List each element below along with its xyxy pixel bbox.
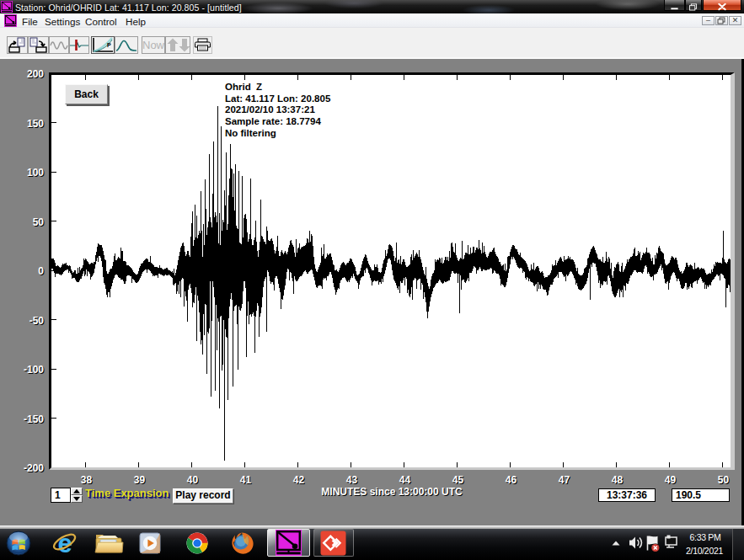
svg-text:P: P bbox=[107, 42, 111, 48]
